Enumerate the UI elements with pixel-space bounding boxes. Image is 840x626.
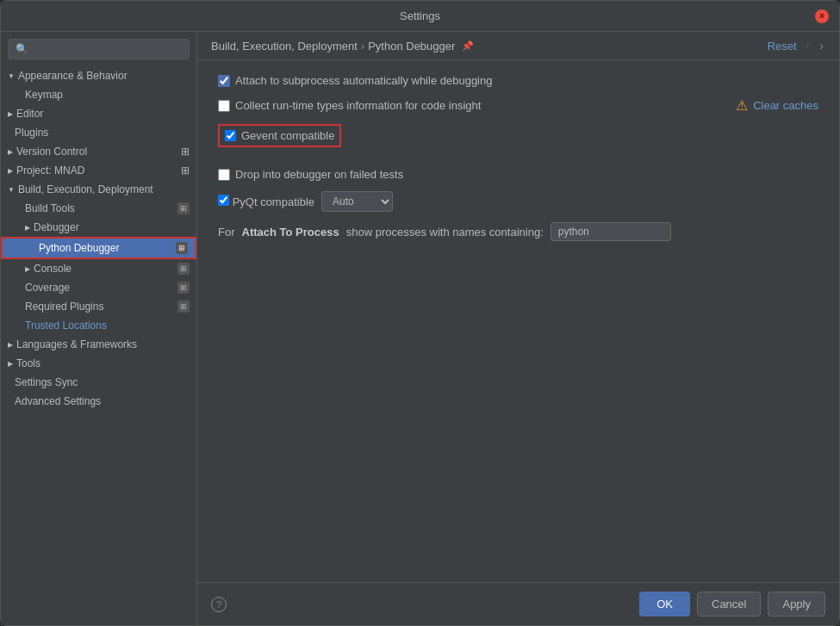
- warning-row: ⚠ Clear caches: [736, 97, 818, 114]
- collect-runtime-checkbox[interactable]: [218, 100, 230, 112]
- sidebar-item-coverage[interactable]: Coverage ⊞: [1, 278, 196, 297]
- breadcrumb-part2: Python Debugger: [368, 40, 455, 53]
- chevron-down-icon: ▼: [8, 72, 15, 80]
- cancel-button[interactable]: Cancel: [697, 592, 761, 617]
- warning-icon: ⚠: [736, 97, 748, 114]
- sidebar-item-keymap[interactable]: Keymap: [1, 85, 196, 104]
- search-input[interactable]: [8, 39, 190, 59]
- nav-back-button[interactable]: ‹: [804, 39, 812, 53]
- sidebar-item-settings-sync[interactable]: Settings Sync: [1, 373, 196, 392]
- attach-subprocess-label[interactable]: Attach to subprocess automatically while…: [218, 74, 492, 87]
- sidebar-item-tools[interactable]: ▶ Tools: [1, 354, 196, 373]
- sidebar-item-languages-frameworks[interactable]: ▶ Languages & Frameworks: [1, 335, 196, 354]
- required-plugins-badge: ⊞: [177, 301, 190, 313]
- process-label-bold: Attach To Process: [242, 226, 339, 239]
- gevent-checkbox[interactable]: [225, 130, 236, 141]
- dialog-title: Settings: [400, 9, 440, 22]
- python-debugger-badge: ⊞: [176, 242, 188, 254]
- footer-right: OK Cancel Apply: [639, 592, 825, 617]
- gevent-border-box: Gevent compatible: [218, 124, 341, 147]
- chevron-right-icon: ▶: [8, 110, 13, 118]
- project-mnad-badge: ⊞: [181, 164, 190, 177]
- collect-runtime-row: Collect run-time types information for c…: [218, 99, 481, 112]
- chevron-right-icon: ▶: [8, 341, 13, 349]
- sidebar-item-project-mnad[interactable]: ▶ Project: MNAD ⊞: [1, 161, 196, 180]
- breadcrumb-nav: Reset ‹ ›: [768, 39, 825, 53]
- process-label-prefix: For: [218, 226, 235, 239]
- ok-button[interactable]: OK: [639, 592, 690, 617]
- pyqt-dropdown[interactable]: Auto PyQt4 PyQt5 PySide PySide2: [321, 191, 393, 212]
- process-row: For Attach To Process show processes wit…: [218, 222, 818, 241]
- drop-debugger-label[interactable]: Drop into debugger on failed tests: [218, 168, 403, 181]
- console-badge: ⊞: [177, 263, 190, 275]
- process-label-suffix: show processes with names containing:: [346, 226, 544, 239]
- dialog-footer: ? OK Cancel Apply: [197, 582, 839, 625]
- coverage-badge: ⊞: [177, 282, 190, 294]
- collect-runtime-label[interactable]: Collect run-time types information for c…: [218, 99, 481, 112]
- clear-caches-link[interactable]: Clear caches: [753, 99, 818, 112]
- breadcrumb-arrow-icon: ›: [361, 40, 364, 53]
- main-content: Build, Execution, Deployment › Python De…: [197, 32, 839, 625]
- sidebar-item-build-exec-deploy[interactable]: ▼ Build, Execution, Deployment: [1, 180, 196, 199]
- sidebar-item-appearance[interactable]: ▼ Appearance & Behavior: [1, 66, 196, 85]
- sidebar-item-required-plugins[interactable]: Required Plugins ⊞: [1, 297, 196, 316]
- chevron-right-icon: ▶: [8, 167, 13, 175]
- process-name-input[interactable]: [551, 222, 671, 241]
- close-button[interactable]: ×: [815, 9, 829, 23]
- sidebar-item-plugins[interactable]: Plugins: [1, 123, 196, 142]
- drop-debugger-checkbox[interactable]: [218, 169, 230, 181]
- settings-dialog: Settings × ▼ Appearance & Behavior Keyma…: [0, 0, 840, 626]
- footer-left: ?: [211, 597, 227, 612]
- pyqt-row: PyQt compatible Auto PyQt4 PyQt5 PySide …: [218, 191, 818, 212]
- sidebar-item-python-debugger[interactable]: Python Debugger ⊞: [1, 237, 196, 259]
- sidebar: ▼ Appearance & Behavior Keymap ▶ Editor …: [1, 32, 197, 625]
- chevron-down-icon: ▼: [8, 186, 15, 194]
- sidebar-item-editor[interactable]: ▶ Editor: [1, 104, 196, 123]
- breadcrumb-part1: Build, Execution, Deployment: [211, 40, 358, 53]
- breadcrumb-bar: Build, Execution, Deployment › Python De…: [197, 32, 839, 60]
- sidebar-item-debugger[interactable]: ▶ Debugger: [1, 218, 196, 237]
- drop-debugger-row: Drop into debugger on failed tests: [218, 168, 818, 181]
- nav-forward-button[interactable]: ›: [818, 39, 825, 53]
- pyqt-label[interactable]: PyQt compatible: [218, 195, 314, 208]
- dialog-body: ▼ Appearance & Behavior Keymap ▶ Editor …: [1, 32, 839, 625]
- pyqt-checkbox[interactable]: [218, 195, 229, 206]
- attach-subprocess-row: Attach to subprocess automatically while…: [218, 74, 818, 87]
- breadcrumb: Build, Execution, Deployment › Python De…: [211, 40, 474, 53]
- sidebar-item-console[interactable]: ▶ Console ⊞: [1, 259, 196, 278]
- help-button[interactable]: ?: [211, 597, 227, 612]
- title-bar: Settings ×: [1, 1, 839, 32]
- chevron-right-icon: ▶: [25, 265, 30, 273]
- gevent-row: Gevent compatible: [218, 124, 818, 158]
- pin-icon: 📌: [462, 40, 474, 52]
- reset-button[interactable]: Reset: [768, 40, 797, 53]
- sidebar-item-trusted-locations[interactable]: Trusted Locations: [1, 316, 196, 335]
- chevron-right-icon: ▶: [8, 360, 13, 368]
- sidebar-item-advanced-settings[interactable]: Advanced Settings: [1, 392, 196, 411]
- attach-subprocess-checkbox[interactable]: [218, 75, 230, 87]
- build-tools-badge: ⊞: [177, 202, 190, 214]
- sidebar-item-version-control[interactable]: ▶ Version Control ⊞: [1, 142, 196, 161]
- version-control-badge: ⊞: [181, 146, 190, 158]
- chevron-right-icon: ▶: [8, 148, 13, 156]
- apply-button[interactable]: Apply: [768, 592, 825, 617]
- chevron-right-icon: ▶: [25, 224, 30, 232]
- sidebar-item-build-tools[interactable]: Build Tools ⊞: [1, 199, 196, 218]
- settings-panel: Attach to subprocess automatically while…: [197, 60, 839, 582]
